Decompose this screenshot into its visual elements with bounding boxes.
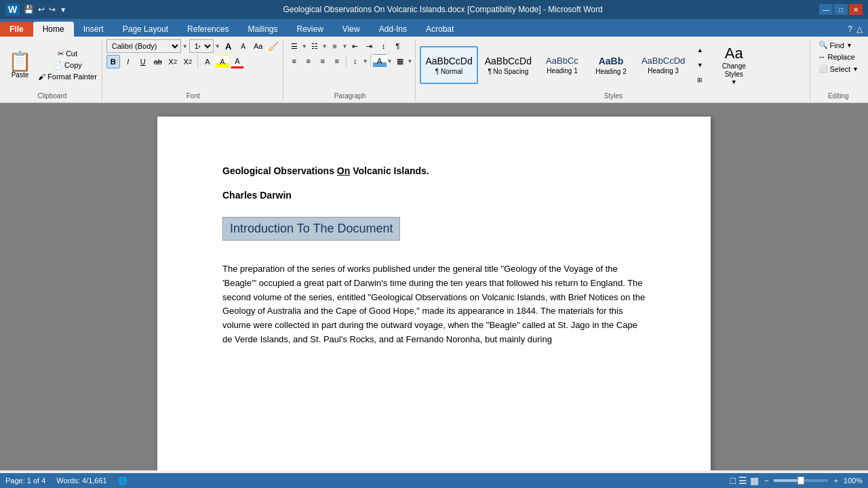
replace-button[interactable]: ↔ Replace xyxy=(814,52,859,62)
styles-scroll-down[interactable]: ▼ xyxy=(693,58,707,72)
strikethrough-button[interactable]: ab xyxy=(151,55,165,68)
document-heading-container: Introduction To The Document xyxy=(222,217,646,251)
style-normal[interactable]: AaBbCcDd ¶ Normal xyxy=(420,46,477,84)
change-case-button[interactable]: Aa xyxy=(252,39,265,53)
paste-button[interactable]: 📋 Paste xyxy=(5,51,35,80)
line-spacing-button[interactable]: ↕ xyxy=(349,54,362,68)
window-controls[interactable]: — □ ✕ xyxy=(819,4,863,15)
tab-insert[interactable]: Insert xyxy=(74,22,113,37)
italic-button[interactable]: I xyxy=(121,55,135,68)
underline-button[interactable]: U xyxy=(136,55,150,68)
close-btn[interactable]: ✕ xyxy=(849,4,863,15)
tab-home[interactable]: Home xyxy=(33,22,74,37)
style-heading2[interactable]: AaBb Heading 2 xyxy=(587,46,635,84)
bullets-dropdown-icon[interactable]: ▼ xyxy=(302,43,307,49)
maximize-btn[interactable]: □ xyxy=(834,4,848,15)
font-color-button[interactable]: A xyxy=(231,55,244,68)
select-dropdown-icon[interactable]: ▼ xyxy=(852,66,859,73)
align-center-button[interactable]: ≡ xyxy=(302,54,315,68)
style-no-spacing[interactable]: AaBbCcDd ¶ No Spacing xyxy=(479,46,537,84)
subscript-button[interactable]: X2 xyxy=(166,55,180,68)
decrease-indent-button[interactable]: ⇤ xyxy=(348,39,361,53)
document-area[interactable]: Geological Observations On Volcanic Isla… xyxy=(0,103,868,470)
tab-addins[interactable]: Add-Ins xyxy=(370,22,416,37)
style-heading1[interactable]: AaBbCc Heading 1 xyxy=(538,46,586,84)
format-painter-button[interactable]: 🖌 Format Painter xyxy=(36,72,99,81)
font-name-select[interactable]: Calibri (Body) xyxy=(106,39,181,53)
document-heading[interactable]: Introduction To The Document xyxy=(222,217,400,241)
page[interactable]: Geological Observations On Volcanic Isla… xyxy=(157,117,711,470)
select-button[interactable]: ⬜ Select ▼ xyxy=(814,63,863,75)
text-effects-button[interactable]: A xyxy=(201,55,214,68)
qa-dropdown[interactable]: ▼ xyxy=(60,6,66,14)
change-styles-icon: Aa xyxy=(725,45,743,62)
line-spacing-dropdown-icon[interactable]: ▼ xyxy=(363,58,368,64)
show-formatting-button[interactable]: ¶ xyxy=(391,39,404,53)
justify-button[interactable]: ≡ xyxy=(330,54,344,68)
tab-view[interactable]: View xyxy=(333,22,370,37)
superscript-button[interactable]: X2 xyxy=(181,55,195,68)
tab-acrobat[interactable]: Acrobat xyxy=(416,22,463,37)
change-styles-label: ChangeStyles xyxy=(722,62,746,79)
document-title[interactable]: Geological Observations On Volcanic Isla… xyxy=(222,165,646,176)
tab-references[interactable]: References xyxy=(178,22,238,37)
replace-icon: ↔ xyxy=(818,53,826,61)
numbering-button[interactable]: ☷ xyxy=(308,39,321,53)
styles-label: Styles xyxy=(420,91,806,101)
multilevel-button[interactable]: ≡ xyxy=(328,39,342,53)
styles-more[interactable]: ⊞ xyxy=(693,73,707,87)
bold-button[interactable]: B xyxy=(106,55,120,68)
tab-mailings[interactable]: Mailings xyxy=(238,22,287,37)
style-heading3[interactable]: AaBbCcDd Heading 3 xyxy=(636,46,690,84)
tab-review[interactable]: Review xyxy=(287,22,332,37)
align-left-button[interactable]: ≡ xyxy=(288,54,301,68)
ribbon: 📋 Paste ✂ Cut 📄 Copy 🖌 Format Painter Cl… xyxy=(0,37,868,103)
minimize-btn[interactable]: — xyxy=(819,4,833,15)
minimize-ribbon-icon[interactable]: △ xyxy=(856,24,863,34)
increase-indent-button[interactable]: ⇥ xyxy=(362,39,376,53)
redo-btn[interactable]: ↪ xyxy=(49,5,56,14)
clear-format-button[interactable]: 🧹 xyxy=(267,39,280,53)
multilevel-dropdown-icon[interactable]: ▼ xyxy=(342,43,348,49)
help-icon[interactable]: ? xyxy=(848,24,852,34)
quick-save[interactable]: 💾 xyxy=(24,5,34,14)
editing-label: Editing xyxy=(814,91,863,101)
tab-page-layout[interactable]: Page Layout xyxy=(113,22,178,37)
font-label: Font xyxy=(106,91,280,101)
shrink-font-button[interactable]: A xyxy=(237,39,250,53)
undo-btn[interactable]: ↩ xyxy=(38,5,45,14)
editing-group: 🔍 Find ▼ ↔ Replace ⬜ Select ▼ Editing xyxy=(812,39,866,101)
copy-button[interactable]: 📄 Copy xyxy=(36,60,99,70)
borders-dropdown-icon[interactable]: ▼ xyxy=(408,58,413,64)
font-name-dropdown-icon[interactable]: ▼ xyxy=(182,43,188,49)
cut-button[interactable]: ✂ Cut xyxy=(36,49,99,59)
shading-button[interactable]: A xyxy=(373,54,387,68)
styles-group: AaBbCcDd ¶ Normal AaBbCcDd ¶ No Spacing … xyxy=(417,39,810,101)
sort-button[interactable]: ↕ xyxy=(376,39,390,53)
grow-font-button[interactable]: A xyxy=(222,39,235,53)
tab-bar: File Home Insert Page Layout References … xyxy=(0,19,868,37)
highlight-button[interactable]: A xyxy=(216,55,229,68)
styles-gallery: AaBbCcDd ¶ Normal AaBbCcDd ¶ No Spacing … xyxy=(420,39,690,91)
numbering-dropdown-icon[interactable]: ▼ xyxy=(322,43,328,49)
change-styles-button[interactable]: Aa ChangeStyles ▼ xyxy=(713,42,754,88)
bullets-button[interactable]: ☰ xyxy=(288,39,301,53)
document-body[interactable]: The preparation of the series of works p… xyxy=(222,262,646,347)
find-dropdown-icon[interactable]: ▼ xyxy=(846,42,852,49)
document-author[interactable]: Charles Darwin xyxy=(222,190,646,201)
font-size-select[interactable]: 14 xyxy=(189,39,214,53)
clipboard-group: 📋 Paste ✂ Cut 📄 Copy 🖌 Format Painter Cl… xyxy=(3,39,102,101)
borders-button[interactable]: ▦ xyxy=(393,54,407,68)
shading-dropdown-icon[interactable]: ▼ xyxy=(387,58,393,64)
font-group: Calibri (Body) ▼ 14 ▼ A A Aa 🧹 B I U xyxy=(104,39,283,101)
paragraph-group: ☰ ▼ ☷ ▼ ≡ ▼ ⇤ ⇥ ↕ ¶ ≡ ≡ ≡ ≡ ↕ xyxy=(285,39,416,101)
align-right-button[interactable]: ≡ xyxy=(316,54,330,68)
tab-file[interactable]: File xyxy=(0,22,33,37)
find-icon: 🔍 xyxy=(818,41,828,49)
paragraph-label: Paragraph xyxy=(288,91,413,101)
find-button[interactable]: 🔍 Find ▼ xyxy=(814,39,856,51)
styles-scroll-up[interactable]: ▲ xyxy=(693,43,707,57)
clipboard-label: Clipboard xyxy=(5,91,99,101)
font-size-dropdown-icon[interactable]: ▼ xyxy=(215,43,220,49)
change-styles-dropdown-icon: ▼ xyxy=(731,79,737,85)
